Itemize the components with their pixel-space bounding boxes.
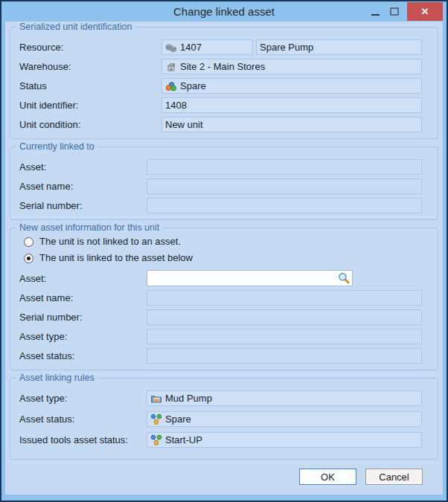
rule-asset-status-row: Asset status: Spare [19,411,422,427]
resource-name-field: Spare Pump [256,39,422,55]
unit-condition-field: New unit [161,117,422,132]
warehouse-field: Site 2 - Main Stores [161,59,422,74]
rule-asset-status-field: Spare [147,411,422,427]
current-asset-name-label: Asset name: [19,178,147,194]
status-field: Spare [161,78,422,94]
current-asset-row: Asset: [19,159,422,175]
unit-identifier-field: 1408 [161,97,422,113]
status-hierarchy-icon [150,413,162,425]
new-asset-status-field [147,348,422,364]
group-currently-linked-to: Currently linked to Asset: Asset name: S… [10,147,438,220]
new-asset-search-field[interactable] [147,270,353,286]
current-asset-field [147,159,422,175]
resource-row: Resource: 1407 Spare Pump [19,39,422,55]
radio-button[interactable] [24,237,33,247]
ok-button[interactable]: OK [299,469,356,485]
rule-issued-tools-status-value: Start-UP [165,434,202,445]
resource-name-value: Spare Pump [260,42,313,53]
title-bar[interactable]: Change linked asset ✕ [5,1,443,22]
resource-id-value: 1407 [180,42,202,53]
new-serial-number-row: Serial number: [19,309,422,325]
colored-cubes-icon [165,80,177,92]
resource-label: Resource: [19,39,161,55]
group-asset-linking-rules: Asset linking rules Asset type: Mud Pump… [10,378,438,460]
maximize-button[interactable] [385,2,404,21]
building-icon [165,61,177,73]
status-row: Status Spare [19,78,422,94]
new-asset-type-row: Asset type: [19,329,422,344]
radio-button[interactable] [24,254,33,263]
rule-issued-tools-status-label: Issued tools asset status: [19,432,147,448]
group-title: Currently linked to [16,141,97,152]
new-asset-status-label: Asset status: [19,348,147,364]
current-serial-number-row: Serial number: [19,198,422,213]
unit-condition-value: New unit [165,119,203,130]
rule-asset-status-label: Asset status: [19,411,147,427]
magnifier-icon[interactable] [337,271,351,285]
status-hierarchy-icon [150,434,162,446]
new-asset-name-row: Asset name: [19,290,422,306]
close-button[interactable]: ✕ [407,2,443,21]
radio-not-linked-label: The unit is not linked to an asset. [39,236,181,248]
new-asset-search-input[interactable] [150,271,337,285]
group-title: New asset information for this unit [16,222,162,233]
unit-condition-label: Unit condition: [19,117,161,132]
rule-asset-status-value: Spare [165,413,191,425]
cancel-button-label: Cancel [379,472,409,483]
radio-linked-below-label: The unit is linked to the asset below [39,252,193,264]
new-asset-type-label: Asset type: [19,329,147,344]
rule-asset-type-field: Mud Pump [147,390,422,406]
group-title: Serialized unit identification [16,22,135,32]
unit-identifier-value: 1408 [165,100,187,111]
rule-issued-tools-status-field: Start-UP [147,432,422,448]
close-icon: ✕ [421,6,429,17]
new-asset-type-field [147,329,422,344]
radio-not-linked[interactable]: The unit is not linked to an asset. [24,236,422,248]
new-asset-name-field [147,290,422,306]
group-new-asset-information: New asset information for this unit The … [10,228,438,370]
group-title: Asset linking rules [16,373,97,383]
radio-linked-below[interactable]: The unit is linked to the asset below [24,252,422,264]
minimize-icon [371,14,380,16]
ok-button-label: OK [321,472,335,483]
unit-identifier-label: Unit identifier: [19,97,161,113]
warehouse-row: Warehouse: Site 2 - Main Stores [19,59,422,74]
dialog-body: Serialized unit identification Resource:… [5,22,443,495]
unit-identifier-row: Unit identifier: 1408 [19,97,422,113]
current-serial-number-label: Serial number: [19,198,147,213]
new-serial-number-field [147,309,422,325]
rule-issued-tools-status-row: Issued tools asset status: Start-UP [19,432,422,448]
current-asset-name-field [147,178,422,194]
folder-image-icon [150,393,162,405]
rule-asset-type-row: Asset type: Mud Pump [19,390,422,406]
group-serialized-unit-identification: Serialized unit identification Resource:… [10,27,438,139]
warehouse-label: Warehouse: [19,59,161,74]
status-value: Spare [180,80,206,91]
unit-condition-row: Unit condition: New unit [19,117,422,132]
cancel-button[interactable]: Cancel [365,469,423,485]
new-asset-status-row: Asset status: [19,348,422,364]
current-asset-name-row: Asset name: [19,178,422,194]
change-linked-asset-dialog: Change linked asset ✕ Serialized unit id… [0,0,448,502]
resource-id-field: 1407 [161,39,253,55]
minimize-button[interactable] [365,2,385,21]
new-asset-label: Asset: [19,271,147,286]
rule-asset-type-value: Mud Pump [165,393,212,404]
current-asset-label: Asset: [19,159,147,175]
status-label: Status [19,78,161,94]
machine-parts-icon [165,42,177,54]
new-serial-number-label: Serial number: [19,309,147,325]
rule-asset-type-label: Asset type: [19,390,147,406]
maximize-icon [390,7,399,16]
current-serial-number-field [147,198,422,213]
new-asset-row: Asset: [19,270,422,286]
new-asset-name-label: Asset name: [19,290,147,306]
warehouse-value: Site 2 - Main Stores [180,61,265,72]
